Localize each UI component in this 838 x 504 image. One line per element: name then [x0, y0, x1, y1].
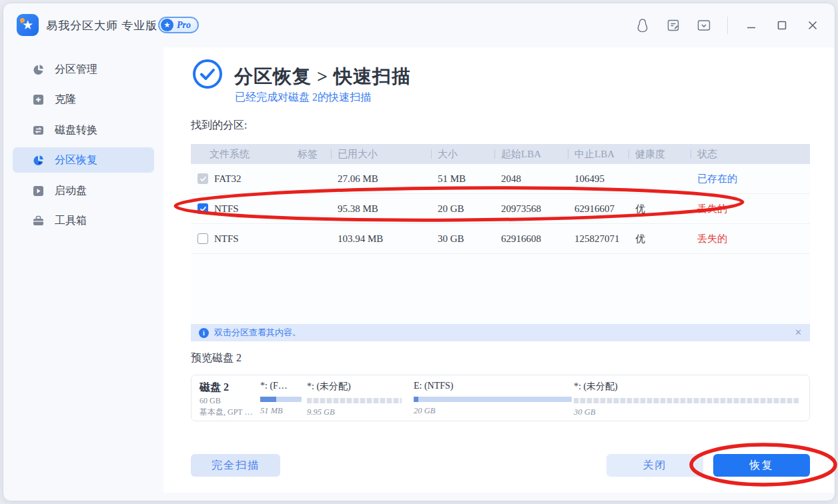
col-end-lba: 中止LBA: [568, 144, 628, 164]
app-title: 易我分区大师 专业版: [46, 18, 157, 33]
start-lba-value: 62916608: [494, 233, 568, 245]
partition-bar: [307, 398, 402, 403]
row-checkbox[interactable]: [197, 173, 208, 184]
sidebar-item-label: 分区恢复: [55, 153, 97, 167]
page-subtitle: 已经完成对磁盘 2的快速扫描: [235, 91, 371, 105]
found-partitions-label: 找到的分区:: [191, 119, 247, 133]
status-value: 丢失的: [691, 233, 810, 245]
health-value: 优: [628, 203, 691, 215]
disk-preview: 磁盘 2 60 GB 基本盘, GPT … *: (F… 51 MB *: (未…: [191, 375, 810, 421]
table-row-fat32[interactable]: FAT32 27.06 MB 51 MB 2048 106495 已存在的: [191, 164, 810, 194]
sidebar: 分区管理 克隆 磁盘转换 分区恢复 启动盘: [3, 47, 163, 493]
boot-disk-icon: [32, 185, 45, 197]
close-button[interactable]: [805, 18, 820, 33]
col-used-size: 已用大小: [331, 144, 431, 164]
col-health: 健康度: [628, 144, 691, 164]
info-close-icon[interactable]: ✕: [795, 327, 802, 338]
filesystem-value: FAT32: [214, 173, 242, 185]
status-value: 已存在的: [691, 173, 810, 185]
pro-star-icon: ★: [161, 19, 173, 31]
title-bar: ★ 易我分区大师 专业版 ★ Pro: [3, 3, 835, 47]
disk-size: 60 GB: [199, 396, 252, 406]
used-size-value: 95.38 MB: [331, 203, 431, 215]
pie-chart-icon: [32, 63, 45, 76]
health-value: 优: [628, 233, 691, 245]
info-icon: i: [199, 328, 209, 338]
preview-partition-fat[interactable]: *: (F… 51 MB: [260, 381, 302, 416]
app-window: ★ 易我分区大师 专业版 ★ Pro: [3, 3, 835, 501]
row-checkbox[interactable]: [197, 203, 208, 214]
table-row-ntfs-20gb[interactable]: NTFS 95.38 MB 20 GB 20973568 62916607 优 …: [191, 194, 810, 224]
preview-disk-label: 预览磁盘 2: [191, 351, 242, 365]
row-checkbox[interactable]: [197, 233, 208, 244]
partitions-table: 文件系统 标签 已用大小 大小 起始LBA 中止LBA 健康度 状态 FAT32…: [191, 144, 810, 341]
titlebar-divider: [727, 17, 728, 34]
col-status: 状态: [691, 144, 810, 164]
partition-bar: [260, 397, 302, 402]
partition-bar: [414, 397, 572, 402]
end-lba-value: 62916607: [568, 203, 628, 215]
used-size-value: 103.94 MB: [331, 233, 431, 245]
clone-plus-icon: [32, 93, 45, 106]
end-lba-value: 106495: [568, 173, 628, 185]
size-value: 51 MB: [431, 173, 494, 185]
col-label: 标签: [291, 144, 331, 164]
partition-bar: [574, 398, 799, 403]
disk-info: 磁盘 2 60 GB 基本盘, GPT …: [199, 381, 252, 417]
size-value: 20 GB: [431, 203, 494, 215]
sidebar-item-label: 磁盘转换: [55, 123, 97, 137]
sidebar-item-label: 启动盘: [55, 184, 87, 198]
disk-convert-icon: [32, 124, 45, 137]
sidebar-item-label: 工具箱: [55, 214, 87, 228]
filesystem-value: NTFS: [214, 203, 239, 215]
sidebar-item-partition-manage[interactable]: 分区管理: [13, 57, 154, 82]
maximize-button[interactable]: [775, 18, 789, 33]
disk-type: 基本盘, GPT …: [199, 407, 252, 417]
qq-support-icon[interactable]: [635, 18, 650, 33]
status-value: 丢失的: [691, 203, 810, 215]
start-lba-value: 2048: [494, 173, 568, 185]
menu-dropdown-icon[interactable]: [697, 18, 711, 33]
page-title: 分区恢复 > 快速扫描: [234, 64, 411, 89]
table-row-ntfs-30gb[interactable]: NTFS 103.94 MB 30 GB 62916608 125827071 …: [191, 224, 810, 254]
partition-recovery-icon: [32, 154, 45, 167]
sidebar-item-boot-disk[interactable]: 启动盘: [13, 178, 154, 203]
sidebar-item-disk-convert[interactable]: 磁盘转换: [13, 117, 154, 143]
size-value: 30 GB: [431, 233, 494, 245]
pro-label: Pro: [177, 20, 191, 31]
col-start-lba: 起始LBA: [494, 144, 568, 164]
sidebar-item-toolbox[interactable]: 工具箱: [13, 208, 154, 233]
col-filesystem: 文件系统: [191, 144, 291, 164]
minimize-button[interactable]: [744, 18, 759, 33]
disk-name: 磁盘 2: [199, 381, 252, 395]
used-size-value: 27.06 MB: [331, 173, 431, 185]
col-size: 大小: [431, 144, 494, 164]
toolbox-icon: [32, 215, 45, 227]
info-text: 双击分区查看其内容。: [214, 327, 301, 339]
close-dialog-button[interactable]: 关闭: [606, 454, 703, 477]
end-lba-value: 125827071: [568, 233, 628, 245]
sidebar-item-clone[interactable]: 克隆: [13, 87, 154, 112]
feedback-icon[interactable]: [666, 18, 681, 33]
preview-partition-unallocated-1[interactable]: *: (未分配) 9.95 GB: [307, 381, 402, 417]
recover-button[interactable]: 恢复: [713, 454, 810, 477]
start-lba-value: 20973568: [494, 203, 568, 215]
preview-partition-unallocated-2[interactable]: *: (未分配) 30 GB: [574, 381, 799, 417]
filesystem-value: NTFS: [214, 233, 239, 245]
pro-badge: ★ Pro: [158, 17, 199, 33]
sidebar-item-label: 分区管理: [55, 63, 97, 77]
sidebar-item-label: 克隆: [55, 93, 76, 107]
app-logo-icon: ★: [17, 14, 39, 36]
full-scan-button[interactable]: 完全扫描: [191, 454, 280, 477]
main-panel: 分区恢复 > 快速扫描 已经完成对磁盘 2的快速扫描 找到的分区: 文件系统 标…: [163, 47, 834, 493]
preview-partition-ntfs[interactable]: E: (NTFS) 20 GB: [414, 381, 572, 416]
check-circle-icon: [192, 59, 223, 89]
info-bar: i 双击分区查看其内容。 ✕: [191, 324, 810, 341]
sidebar-item-partition-recovery[interactable]: 分区恢复: [13, 147, 154, 173]
table-header: 文件系统 标签 已用大小 大小 起始LBA 中止LBA 健康度 状态: [191, 144, 810, 164]
